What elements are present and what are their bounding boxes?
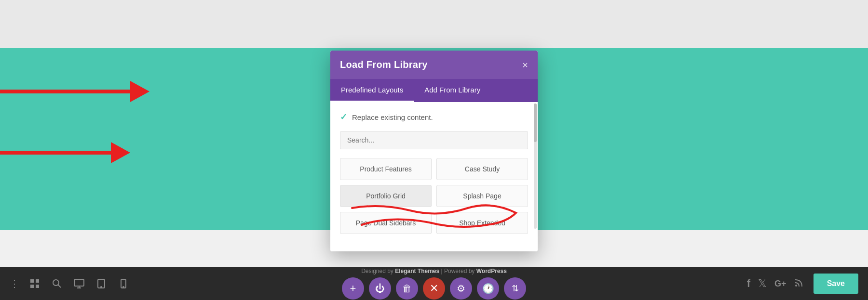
footer-separator: | Powered by xyxy=(439,268,476,274)
modal-scroll-thumb xyxy=(534,104,537,142)
responsive-icon: ⇅ xyxy=(512,283,519,294)
googleplus-icon[interactable]: G+ xyxy=(774,279,787,289)
replace-content-row: ✓ Replace existing content. xyxy=(340,112,528,122)
svg-rect-0 xyxy=(30,279,34,283)
three-dot-menu[interactable]: ⋮ xyxy=(10,278,20,289)
modal-dialog: Load From Library × Predefined Layouts A… xyxy=(330,51,538,251)
arrow-2-line xyxy=(0,151,111,155)
twitter-icon[interactable]: 𝕏 xyxy=(758,277,767,290)
modal-overlay: Load From Library × Predefined Layouts A… xyxy=(0,48,868,230)
scribble-annotation xyxy=(342,198,526,237)
social-icons: f 𝕏 G+ xyxy=(747,277,804,290)
bottom-toolbar: ⋮ Designed by Elegant Themes | Powered b… xyxy=(0,267,868,300)
svg-rect-2 xyxy=(30,285,34,288)
settings-button[interactable]: ⚙ xyxy=(450,277,472,300)
arrow-1-line xyxy=(0,90,130,93)
svg-rect-1 xyxy=(36,279,39,283)
arrow-2-head xyxy=(111,142,130,163)
modal-body: ✓ Replace existing content. Product Feat… xyxy=(330,102,538,251)
replace-content-label: Replace existing content. xyxy=(352,113,433,121)
trash-button[interactable]: 🗑 xyxy=(396,277,418,300)
modal-header: Load From Library × xyxy=(330,51,538,79)
modal-close-button[interactable]: × xyxy=(522,60,528,70)
toolbar-left: ⋮ xyxy=(10,276,131,291)
plus-icon: + xyxy=(350,282,356,295)
tab-add-from-library[interactable]: Add From Library xyxy=(414,79,491,102)
rss-icon[interactable] xyxy=(794,278,804,290)
toolbar-right: f 𝕏 G+ Save xyxy=(747,274,858,294)
svg-point-10 xyxy=(101,287,102,287)
modal-scrollbar[interactable] xyxy=(534,104,537,229)
svg-rect-3 xyxy=(36,285,39,288)
bg-top xyxy=(0,0,868,48)
bg-teal: Load From Library × Predefined Layouts A… xyxy=(0,48,868,230)
clock-icon: 🕐 xyxy=(482,283,494,294)
footer-text: Designed by Elegant Themes | Powered by … xyxy=(361,268,507,274)
arrow-2 xyxy=(0,142,149,163)
layout-item-product-features[interactable]: Product Features xyxy=(340,158,432,180)
responsive-button[interactable]: ⇅ xyxy=(504,277,526,300)
desktop-icon[interactable] xyxy=(72,276,86,291)
arrow-1-head xyxy=(130,81,149,102)
svg-line-5 xyxy=(58,285,61,288)
search-icon[interactable] xyxy=(50,276,64,291)
save-button[interactable]: Save xyxy=(814,274,858,294)
tab-predefined-layouts[interactable]: Predefined Layouts xyxy=(330,79,414,102)
svg-point-4 xyxy=(53,280,59,286)
footer-brand1: Elegant Themes xyxy=(395,268,439,274)
power-icon: ⏻ xyxy=(375,283,385,294)
history-button[interactable]: 🕐 xyxy=(477,277,499,300)
layout-item-case-study[interactable]: Case Study xyxy=(436,158,528,180)
footer-designed-by: Designed by xyxy=(361,268,395,274)
search-input[interactable] xyxy=(340,131,528,149)
facebook-icon[interactable]: f xyxy=(747,277,750,290)
close-button[interactable]: ✕ xyxy=(423,277,445,300)
modal-tabs: Predefined Layouts Add From Library xyxy=(330,79,538,102)
arrow-1 xyxy=(0,81,169,102)
page-wrapper: Load From Library × Predefined Layouts A… xyxy=(0,0,868,300)
mobile-icon[interactable] xyxy=(116,276,131,291)
tablet-icon[interactable] xyxy=(94,276,108,291)
grid-icon[interactable] xyxy=(27,276,42,291)
trash-icon: 🗑 xyxy=(402,283,412,294)
footer-brand2: WordPress xyxy=(476,268,507,274)
svg-point-12 xyxy=(123,287,124,287)
add-button[interactable]: + xyxy=(342,277,364,300)
svg-point-13 xyxy=(795,285,797,287)
gear-icon: ⚙ xyxy=(457,283,465,294)
modal-title: Load From Library xyxy=(340,59,428,70)
checkmark-icon: ✓ xyxy=(340,112,347,122)
svg-rect-6 xyxy=(74,279,84,286)
x-icon: ✕ xyxy=(430,282,438,295)
power-button[interactable]: ⏻ xyxy=(369,277,391,300)
